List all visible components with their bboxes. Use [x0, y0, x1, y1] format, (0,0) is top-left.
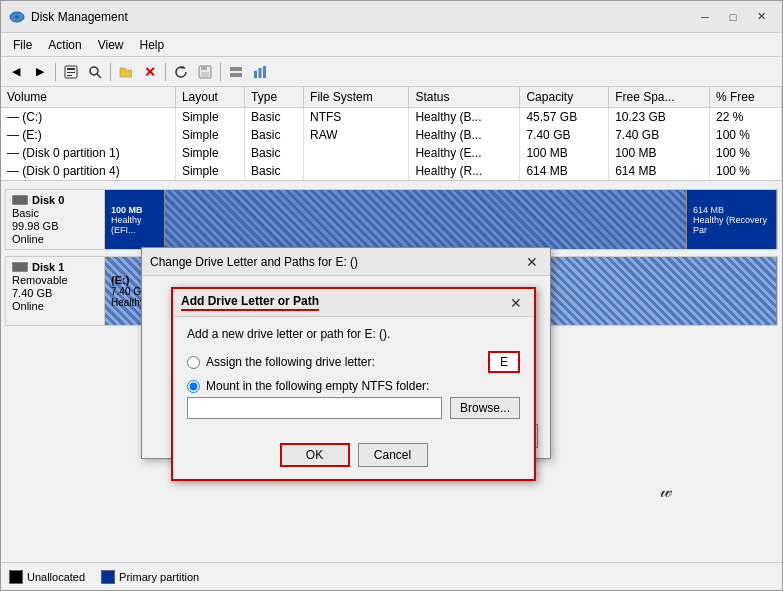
folder-button[interactable] — [115, 61, 137, 83]
save-button[interactable] — [194, 61, 216, 83]
main-window: Disk Management ─ □ ✕ File Action View H… — [0, 0, 783, 591]
separator-3 — [165, 63, 166, 81]
table-row[interactable]: — (Disk 0 partition 4) Simple Basic Heal… — [1, 162, 782, 180]
cell-freespace: 100 MB — [609, 144, 710, 162]
table-row[interactable]: — (Disk 0 partition 1) Simple Basic Heal… — [1, 144, 782, 162]
disk-view-button[interactable] — [225, 61, 247, 83]
properties-button[interactable] — [60, 61, 82, 83]
svg-rect-5 — [67, 75, 72, 76]
cell-layout: Simple — [175, 126, 244, 144]
svg-rect-12 — [230, 67, 242, 71]
disk0-partitions: 100 MB Healthy (EFI... 614 MB Healthy (R… — [105, 189, 778, 250]
dialog-change-close-button[interactable]: ✕ — [522, 253, 542, 271]
chart-button[interactable] — [249, 61, 271, 83]
cell-type: Basic — [245, 162, 304, 180]
col-status: Status — [409, 87, 520, 108]
volume-table: Volume Layout Type File System Status Ca… — [1, 87, 782, 180]
disk0-partition1[interactable]: 100 MB Healthy (EFI... — [105, 190, 165, 249]
separator-2 — [110, 63, 111, 81]
radio-row-drive-letter: Assign the following drive letter: E — [187, 351, 520, 373]
radio-assign-letter[interactable] — [187, 356, 200, 369]
cell-status: Healthy (E... — [409, 144, 520, 162]
disk1-size: 7.40 GB — [12, 287, 98, 299]
legend-unallocated-color — [9, 570, 23, 584]
cell-volume: — (E:) — [1, 126, 175, 144]
refresh-button[interactable] — [170, 61, 192, 83]
back-button[interactable]: ◀ — [5, 61, 27, 83]
disk0-size: 99.98 GB — [12, 220, 98, 232]
separator-1 — [55, 63, 56, 81]
svg-rect-18 — [13, 196, 27, 204]
close-button[interactable]: ✕ — [748, 7, 774, 27]
cell-percentfree: 22 % — [709, 108, 781, 127]
disk0-name: Disk 0 — [32, 194, 64, 206]
inner-dialog-description: Add a new drive letter or path for E: ()… — [187, 327, 520, 341]
svg-rect-4 — [67, 72, 75, 73]
menu-file[interactable]: File — [5, 35, 40, 55]
cell-volume: — (C:) — [1, 108, 175, 127]
title-bar-controls: ─ □ ✕ — [692, 7, 774, 27]
disk1-status: Online — [12, 300, 98, 312]
drive-letter-input[interactable]: E — [488, 351, 520, 373]
inner-dialog-cancel-button[interactable]: Cancel — [358, 443, 428, 467]
col-filesystem: File System — [304, 87, 409, 108]
menu-action[interactable]: Action — [40, 35, 89, 55]
svg-rect-3 — [67, 68, 75, 70]
radio-mount-ntfs[interactable] — [187, 380, 200, 393]
title-bar-left: Disk Management — [9, 9, 128, 25]
legend-unallocated-label: Unallocated — [27, 571, 85, 583]
cell-type: Basic — [245, 144, 304, 162]
maximize-button[interactable]: □ — [720, 7, 746, 27]
cell-filesystem: NTFS — [304, 108, 409, 127]
cell-capacity: 100 MB — [520, 144, 609, 162]
disk0-label: Disk 0 Basic 99.98 GB Online — [5, 189, 105, 250]
title-bar: Disk Management ─ □ ✕ — [1, 1, 782, 33]
dialog-change-title-bar: Change Drive Letter and Paths for E: () … — [142, 248, 550, 276]
menu-help[interactable]: Help — [132, 35, 173, 55]
svg-rect-10 — [201, 66, 207, 70]
table-row[interactable]: — (E:) Simple Basic RAW Healthy (B... 7.… — [1, 126, 782, 144]
cell-layout: Simple — [175, 108, 244, 127]
volume-table-container: Volume Layout Type File System Status Ca… — [1, 87, 782, 181]
inner-dialog-body: Add a new drive letter or path for E: ()… — [173, 317, 534, 437]
cell-percentfree: 100 % — [709, 162, 781, 180]
radio-row-ntfs: Mount in the following empty NTFS folder… — [187, 379, 520, 393]
col-type: Type — [245, 87, 304, 108]
ntfs-path-input[interactable] — [187, 397, 442, 419]
menu-bar: File Action View Help — [1, 33, 782, 57]
inner-dialog-ok-button[interactable]: OK — [280, 443, 350, 467]
cell-percentfree: 100 % — [709, 144, 781, 162]
inner-dialog-close-button[interactable]: ✕ — [506, 294, 526, 312]
cell-capacity: 45.57 GB — [520, 108, 609, 127]
svg-rect-15 — [259, 68, 262, 78]
svg-point-6 — [90, 67, 98, 75]
disk0-type: Basic — [12, 207, 98, 219]
disk0-partition4[interactable]: 614 MB Healthy (Recovery Par — [687, 190, 777, 249]
radio-mount-ntfs-label: Mount in the following empty NTFS folder… — [206, 379, 429, 393]
disk1-type: Removable — [12, 274, 98, 286]
toolbar: ◀ ▶ ✕ — [1, 57, 782, 87]
svg-rect-20 — [13, 263, 27, 271]
menu-view[interactable]: View — [90, 35, 132, 55]
minimize-button[interactable]: ─ — [692, 7, 718, 27]
disk0-partition2-main[interactable] — [165, 190, 687, 249]
disk1-label: Disk 1 Removable 7.40 GB Online — [5, 256, 105, 326]
table-row[interactable]: — (C:) Simple Basic NTFS Healthy (B... 4… — [1, 108, 782, 127]
svg-line-7 — [97, 74, 101, 78]
search-button[interactable] — [84, 61, 106, 83]
window-title: Disk Management — [31, 10, 128, 24]
delete-button[interactable]: ✕ — [139, 61, 161, 83]
cell-percentfree: 100 % — [709, 126, 781, 144]
cell-filesystem — [304, 144, 409, 162]
cell-layout: Simple — [175, 162, 244, 180]
disk1-name: Disk 1 — [32, 261, 64, 273]
cell-status: Healthy (B... — [409, 108, 520, 127]
col-percentfree: % Free — [709, 87, 781, 108]
forward-button[interactable]: ▶ — [29, 61, 51, 83]
cell-capacity: 614 MB — [520, 162, 609, 180]
disk0-status: Online — [12, 233, 98, 245]
browse-button[interactable]: Browse... — [450, 397, 520, 419]
inner-dialog-buttons: OK Cancel — [173, 437, 534, 479]
disk0-row: Disk 0 Basic 99.98 GB Online 100 MB Heal… — [5, 189, 778, 250]
dialog-change-title: Change Drive Letter and Paths for E: () — [150, 255, 358, 269]
